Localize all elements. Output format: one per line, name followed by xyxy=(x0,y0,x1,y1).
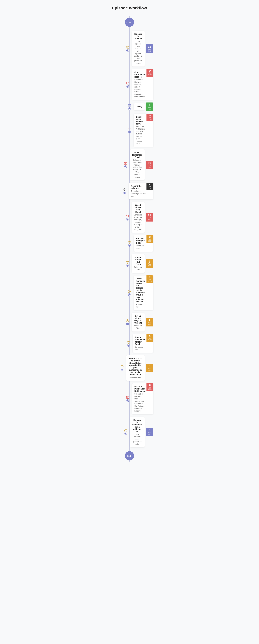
card-subtitle-create-completed-master: Scheduled Task xyxy=(135,346,146,351)
card-subtitle-guest-readiness-email: Scheduled Notification Message, subject:… xyxy=(132,159,142,178)
timeline-row-guest-readiness-email: Guest Readiness Email Scheduled Notifica… xyxy=(106,150,153,180)
card-subtitle-create-rough-cut: Scheduled Task xyxy=(134,266,142,271)
date-badge-create-rough-cut: 2 Aug 2023 xyxy=(146,259,153,268)
right-side-create-marketing: 2 Aug 2023 Create marketing assets and p… xyxy=(134,276,153,310)
date-badge-episode-created: 11 Apr 2023 xyxy=(146,44,153,53)
card-guest-info-request: 14 Apr 2023 Guest Information Request Sc… xyxy=(132,69,153,100)
date-badge-guest-readiness-email: 19 Jun 2023 xyxy=(146,161,153,169)
center-area-today xyxy=(125,104,134,110)
card-title-create-completed-master: Create Completed Master Track xyxy=(135,336,146,345)
card-title-today: Today xyxy=(136,105,142,108)
center-icon-email-guest-release xyxy=(128,128,131,130)
right-side-email-guest-release: 13 Jun 2023 Email guest release form Sch… xyxy=(134,114,153,147)
card-date-badge-guest-info-request: 14 Apr 2023 xyxy=(146,69,154,76)
card-date-badge-create-marketing: 2 Aug 2023 xyxy=(146,275,154,283)
center-icon-create-marketing xyxy=(128,290,131,293)
card-subtitle-email-guest-release: Scheduled Notification Message, subject:… xyxy=(136,126,146,145)
center-area-email-guest-release xyxy=(125,128,134,133)
card-title-episode-publication-notification: Episode Publication Notification xyxy=(134,385,146,392)
center-area-guest-readiness-email xyxy=(121,162,130,168)
center-icon-provide-dialogue-edits xyxy=(128,240,131,244)
card-episode-scheduled-publish: Episode is scheduled to be published on … xyxy=(130,417,144,447)
date-badge-guest-thank-you: 21 Jun 2023 xyxy=(146,213,153,222)
card-title-guest-info-request: Guest Information Request xyxy=(134,71,146,78)
card-subtitle-setup-guest-page: Scheduled Task xyxy=(134,324,142,330)
left-side-create-rough-cut: Create Rough Cut Track Scheduled Task 2 … xyxy=(132,254,153,273)
center-area-setup-guest-page xyxy=(123,319,132,325)
center-icon-guest-info-request xyxy=(126,82,129,85)
center-dot-create-completed-master xyxy=(128,344,130,346)
card-title-guest-thank-you: Guest Thank You Email xyxy=(134,204,142,213)
center-area-episode-created xyxy=(123,46,132,52)
center-area-guest-thank-you xyxy=(123,214,132,220)
center-dot-guest-thank-you xyxy=(126,218,128,220)
center-icon-create-completed-master xyxy=(127,340,130,344)
card-guest-thank-you: Guest Thank You Email Scheduled Notifica… xyxy=(132,202,144,233)
timeline-row-today: Today 8 May 2023 xyxy=(106,102,153,111)
center-dot-episode-publication-notification xyxy=(127,400,129,402)
card-date-badge-episode-publication-notification: 8 Aug 2023 xyxy=(146,383,154,391)
center-icon-create-rough-cut xyxy=(126,261,129,264)
left-side-today: Today 8 May 2023 xyxy=(134,102,153,111)
center-icon-episode-created xyxy=(126,46,129,49)
card-subtitle-guest-thank-you: Scheduled Notification Message, subject:… xyxy=(134,214,142,231)
center-area-use-podtask xyxy=(118,365,126,371)
card-title-episode-created: Episode is created xyxy=(134,33,142,40)
center-dot-use-podtask xyxy=(121,369,123,371)
center-icon-record-episode xyxy=(123,188,126,192)
card-create-rough-cut: Create Rough Cut Track Scheduled Task xyxy=(132,254,144,273)
card-title-setup-guest-page: Set Up Guest Page on Website xyxy=(134,315,142,324)
page-title: Episode Workflow xyxy=(84,6,176,10)
card-subtitle-guest-info-request: Scheduled Notification Message, subject:… xyxy=(134,78,146,98)
card-title-create-rough-cut: Create Rough Cut Track xyxy=(134,256,142,266)
center-dot-create-marketing xyxy=(128,294,130,296)
left-side-guest-readiness-email: Guest Readiness Email Scheduled Notifica… xyxy=(130,150,153,180)
badge-area-use-podtask: 6 Aug 2023 xyxy=(146,364,153,372)
card-provide-dialogue-edits: 2 Aug 2023 Provide Dialogue Edits Schedu… xyxy=(134,235,153,252)
card-create-completed-master: 6 Aug 2023 Create Completed Master Track… xyxy=(133,334,153,353)
card-guest-readiness-email: Guest Readiness Email Scheduled Notifica… xyxy=(130,150,144,180)
center-dot-setup-guest-page xyxy=(126,323,128,325)
timeline-row-episode-scheduled-publish: Episode is scheduled to be published on … xyxy=(106,417,153,447)
center-icon-guest-thank-you xyxy=(126,214,129,218)
badge-area-create-rough-cut: 2 Aug 2023 xyxy=(146,259,153,268)
center-icon-episode-publication-notification xyxy=(126,396,129,399)
end-circle: END xyxy=(125,451,134,460)
svg-rect-8 xyxy=(124,188,125,190)
card-date-badge-record-episode: 20 Jun 2023 xyxy=(146,183,154,190)
date-badge-episode-scheduled-publish: 9 Aug 2023 xyxy=(146,428,153,436)
card-subtitle-episode-created: The episode was created. All episode pro… xyxy=(134,40,142,64)
badge-area-guest-thank-you: 21 Jun 2023 xyxy=(146,213,153,222)
center-area-create-completed-master xyxy=(124,340,133,346)
center-icon-guest-readiness-email xyxy=(124,162,127,165)
center-dot-create-rough-cut xyxy=(126,264,128,266)
badge-area-episode-created: 11 Apr 2023 xyxy=(146,44,153,53)
right-side-record-episode: 20 Jun 2023 Record the episode The episo… xyxy=(129,183,153,199)
date-badge-use-podtask: 6 Aug 2023 xyxy=(146,364,153,372)
card-subtitle-episode-publication-notification: Scheduled Notification Message, subject:… xyxy=(134,393,146,412)
center-dot-episode-scheduled-publish xyxy=(125,433,127,435)
center-area-create-marketing xyxy=(125,290,134,296)
timeline-row-record-episode: 20 Jun 2023 Record the episode The episo… xyxy=(106,183,153,199)
card-title-episode-scheduled-publish: Episode is scheduled to be published on xyxy=(132,419,142,433)
center-dot-provide-dialogue-edits xyxy=(128,244,130,246)
card-today: Today xyxy=(134,103,144,110)
timeline-row-use-podtask: Use PodTask to create Show Notes, episod… xyxy=(106,355,153,381)
center-dot-episode-created xyxy=(126,50,129,52)
center-dot-today xyxy=(128,108,130,110)
card-subtitle-episode-scheduled-publish: The episode's target publication date. xyxy=(132,433,142,445)
left-side-use-podtask: Use PodTask to create Show Notes, episod… xyxy=(126,355,153,381)
card-subtitle-use-podtask: Scheduled Task xyxy=(129,376,142,379)
center-area-provide-dialogue-edits xyxy=(125,240,134,246)
center-area-episode-scheduled-publish xyxy=(122,429,130,435)
card-title-provide-dialogue-edits: Provide Dialogue Edits xyxy=(136,237,146,244)
center-area-record-episode xyxy=(120,188,129,194)
center-icon-setup-guest-page xyxy=(126,319,129,322)
center-dot-email-guest-release xyxy=(128,131,130,133)
card-title-record-episode: Record the episode xyxy=(131,185,146,190)
date-badge-setup-guest-page: 4 Aug 2023 xyxy=(146,318,153,326)
card-title-email-guest-release: Email guest release form xyxy=(136,116,146,125)
card-title-create-marketing: Create marketing assets and prepare post… xyxy=(136,278,146,303)
card-subtitle-record-episode: The episode recording/interview date xyxy=(131,190,146,197)
timeline-row-create-completed-master: 6 Aug 2023 Create Completed Master Track… xyxy=(106,334,153,353)
